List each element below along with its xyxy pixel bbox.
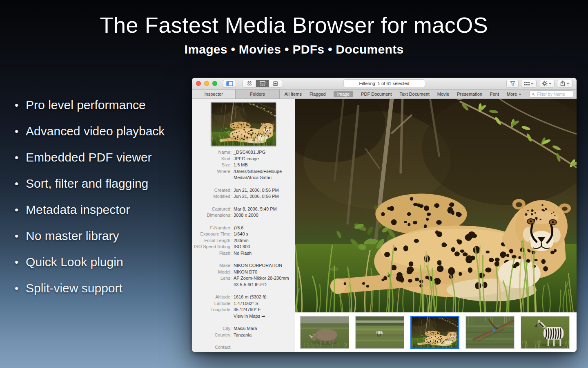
bullet-icon: • [15,125,18,138]
bullet-icon: • [15,177,18,190]
filter-tab-movie[interactable]: Movie [437,92,449,96]
metadata-value: /Users/Shared/Fileloupe Media/Africa Saf… [234,168,295,181]
metadata-section: Name:_DSC4081.JPGKind:JPEG imageSize:1.5… [192,149,295,181]
metadata-label: ISO Speed Rating: [192,244,234,250]
zebra-close-photo [521,316,569,348]
metadata-row: Captured:Mar 8, 2006, 5:49 PM [192,206,295,213]
sidebar-tabs: Inspector Folders [192,90,280,99]
metadata-row: Kind:JPEG image [192,156,295,162]
filter-search-field[interactable] [529,90,573,98]
minimize-window-button[interactable] [204,81,209,86]
window-toolbar: Filtering: 1 of 61 selected [192,78,577,90]
close-window-button[interactable] [196,81,201,86]
metadata-label: Latitude: [192,301,234,307]
chevron-down-icon [531,83,534,85]
metadata-label: Flash: [192,250,234,257]
feature-item: •Quick Look plugin [14,254,165,271]
metadata-label: Longitude: [192,307,234,313]
metadata-label: Exposure Time: [192,231,234,238]
filmstrip-thumb-rhino[interactable] [300,316,349,349]
filmstrip-thumb-zebra-field[interactable] [355,316,404,349]
chevron-down-icon [549,83,552,85]
feature-list: •Pro level performance•Advanced video pl… [14,96,165,306]
filter-tab-all-items[interactable]: All Items [285,92,302,96]
app-window: Filtering: 1 of 61 selected [192,78,577,352]
metadata-section: Make:NIKON CORPORATIONModel:NIKON D70Len… [192,263,295,288]
filter-tab-font[interactable]: Font [490,92,499,96]
metadata-value: 1616 m (5302 ft) [234,294,295,301]
metadata-label: Size: [192,162,234,168]
filter-tab-text-document[interactable]: Text Document [399,92,429,96]
metadata-value: 1.471062° S [234,301,295,307]
filmstrip-thumb-cheetah[interactable] [410,316,459,349]
metadata-label: Country: [192,332,234,339]
filter-tab-pdf-document[interactable]: PDF Document [361,92,392,96]
feature-item-label: Advanced video playback [26,124,165,138]
feature-item-label: Split-view support [26,281,122,295]
inspector-thumbnail [211,102,276,146]
actions-button[interactable] [539,80,555,88]
metadata-label: Credit: [192,351,234,352]
zoom-window-button[interactable] [212,81,217,86]
filmstrip-view-button[interactable] [256,80,269,87]
sidebar-toggle-icon [226,81,233,86]
tab-inspector[interactable]: Inspector [192,90,236,99]
metadata-row: City:Masai Mara [192,325,295,332]
grid-view-button[interactable] [243,80,256,87]
feature-item: •Sort, filter and flagging [14,175,165,192]
filter-search-input[interactable] [537,91,571,97]
metadata-row: Modified:Jun 21, 2006, 8:56 PM [192,193,295,200]
filter-tab-label: All Items [285,92,302,96]
metadata-row: Focal Length:200mm [192,238,295,244]
metadata-row: Flash:No Flash [192,250,295,257]
filmstrip-thumb-log-water[interactable] [466,316,514,349]
filter-tab-label: Presentation [457,92,482,96]
filter-button[interactable] [506,80,519,88]
filter-tab-label: Flagged [310,92,326,96]
metadata-row: Model:NIKON D70 [192,269,295,276]
thumbnail-size-button[interactable] [521,80,537,88]
metadata-label: Name: [192,149,234,156]
traffic-lights [196,81,217,86]
feature-item-label: Embedded PDF viewer [26,150,151,164]
view-in-maps-link[interactable]: View in Maps ➡ [234,313,295,320]
feature-item-label: Pro level performance [26,98,145,112]
filmstrip [295,312,577,352]
cheetah-photo [412,317,458,348]
feature-item-label: Quick Look plugin [26,255,123,269]
share-button[interactable] [557,80,572,88]
filmstrip-thumb-zebra-close[interactable] [521,316,570,349]
slideshow-view-button[interactable] [269,80,282,87]
inspector-panel: Name:_DSC4081.JPGKind:JPEG imageSize:1.5… [192,99,295,352]
filter-status: Filtering: 1 of 61 selected [343,79,425,87]
feature-item: •Metadata inspector [14,201,165,218]
filter-tab-image[interactable]: Image [334,91,354,97]
metadata-value: Jun 21, 2006, 8:56 PM [234,193,295,200]
rhino-photo [301,316,349,348]
metadata-row: Dimensions:3008 x 2000 [192,212,295,219]
metadata-label: City: [192,325,234,332]
filter-tab-label: PDF Document [361,92,392,96]
metadata-label: Dimensions: [192,212,234,219]
metadata-value: 35.124790° E [234,307,295,313]
metadata-label: Kind: [192,156,234,162]
filter-tab-more[interactable]: More [507,92,521,96]
metadata-row: Country:Tanzania [192,332,295,339]
metadata-label: Captured: [192,206,234,213]
bullet-icon: • [15,99,18,112]
metadata-label: Make: [192,263,234,269]
metadata-row: ISO Speed Rating:ISO 800 [192,244,295,250]
tab-folders[interactable]: Folders [236,90,279,99]
metadata-value: NIKON CORPORATION [234,263,295,269]
toggle-sidebar-button[interactable] [223,80,236,88]
bullet-icon: • [15,151,18,164]
filter-tab-presentation[interactable]: Presentation [457,92,482,96]
filter-tab-label: More [507,92,517,96]
metadata-row: Make:NIKON CORPORATION [192,263,295,269]
metadata-list: Name:_DSC4081.JPGKind:JPEG imageSize:1.5… [192,149,295,352]
metadata-value: Masai Mara [234,325,295,332]
metadata-label: Lens: [192,275,234,288]
filter-tab-flagged[interactable]: Flagged [310,92,326,96]
filter-tabs: All ItemsFlaggedImagePDF DocumentText Do… [280,90,577,99]
tab-bar: Inspector Folders All ItemsFlaggedImageP… [192,90,577,99]
